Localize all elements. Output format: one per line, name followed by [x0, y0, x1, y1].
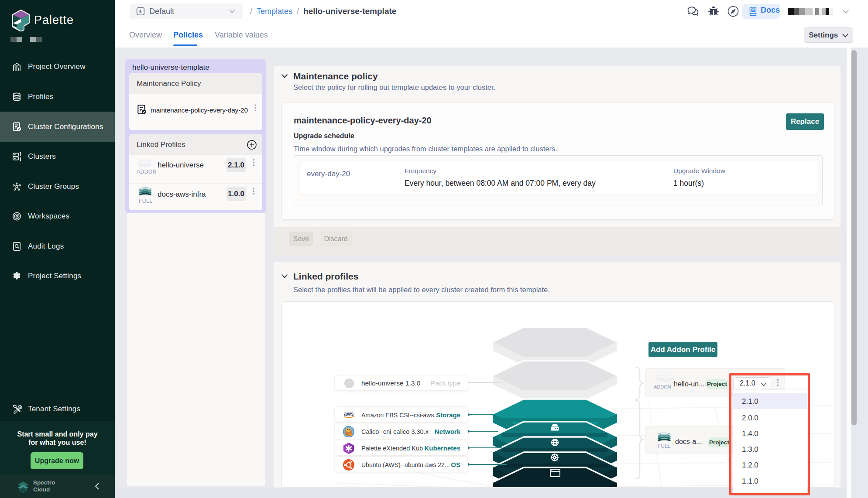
- svg-text:aws: aws: [344, 411, 354, 417]
